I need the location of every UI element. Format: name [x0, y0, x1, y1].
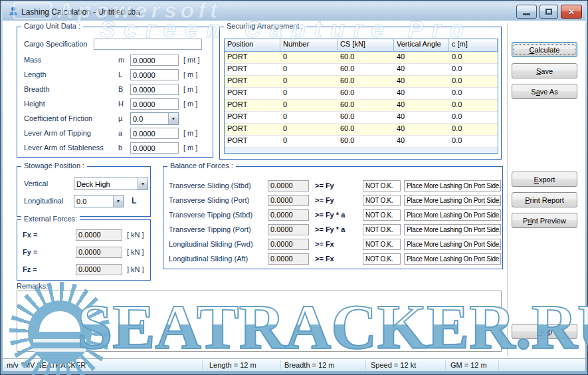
calculate-button[interactable]: Calculate — [512, 42, 577, 57]
status-badge: NOT O.K. — [363, 195, 401, 206]
help-button[interactable]: Help — [512, 324, 577, 339]
title-bar: Lashing Calculation - Untitled.cba ✕ — [3, 3, 585, 21]
cell-angle[interactable]: 40 — [394, 88, 449, 100]
mass-input[interactable] — [130, 55, 179, 66]
cell-cs[interactable]: 60.0 — [338, 112, 394, 124]
balance-value: 0.0000 — [268, 239, 309, 250]
height-label: Height — [24, 100, 45, 108]
length-label: Length — [24, 70, 47, 78]
vertical-position-select[interactable]: Deck High ▼ — [74, 178, 148, 190]
cell-number[interactable]: 0 — [280, 112, 338, 124]
close-button[interactable]: ✕ — [561, 5, 582, 19]
cell-position[interactable]: PORT — [225, 64, 280, 76]
minimize-icon — [523, 13, 530, 15]
cell-number[interactable]: 0 — [280, 88, 338, 100]
cell-cs[interactable]: 60.0 — [338, 76, 394, 88]
cell-position[interactable]: PORT — [225, 124, 280, 136]
lever-stableness-input[interactable] — [130, 142, 179, 154]
table-row: PORT 0 60.0 40 0.0 — [225, 52, 498, 64]
cell-position[interactable]: PORT — [225, 88, 280, 100]
cell-c[interactable]: 0.0 — [449, 112, 498, 124]
friction-select[interactable]: 0.0 ▼ — [130, 112, 179, 125]
export-button[interactable]: Export — [512, 172, 577, 187]
cell-number[interactable]: 0 — [280, 124, 338, 136]
cell-number[interactable]: 0 — [280, 52, 338, 64]
cell-angle[interactable]: 40 — [394, 124, 449, 136]
height-symbol: H — [118, 100, 124, 108]
balance-label: Transverse Tipping (Stbd) — [169, 211, 252, 219]
cell-c[interactable]: 0.0 — [449, 100, 498, 112]
cell-cs[interactable]: 60.0 — [338, 124, 394, 136]
longitudinal-position-value: 0.0 — [74, 197, 113, 205]
lever-stableness-unit: [ m ] — [183, 144, 197, 152]
cell-angle[interactable]: 40 — [394, 76, 449, 88]
height-unit: [ m ] — [183, 100, 197, 108]
cell-angle[interactable]: 40 — [394, 100, 449, 112]
cell-angle[interactable]: 40 — [394, 112, 449, 124]
status-badge: NOT O.K. — [363, 180, 401, 191]
cell-position[interactable]: PORT — [225, 112, 280, 124]
balance-operator: >= Fy — [315, 182, 334, 189]
fy-value: 0.0000 — [76, 247, 122, 258]
cargo-unit-data-group: Cargo Unit Data : Cargo Specification Ma… — [17, 27, 213, 158]
column-header[interactable]: CS [kN] — [338, 39, 394, 52]
cell-c[interactable]: 0.0 — [449, 64, 498, 76]
mass-label: Mass — [24, 56, 41, 64]
cell-c[interactable]: 0.0 — [449, 136, 498, 148]
breadth-input[interactable] — [130, 84, 179, 95]
cell-c[interactable]: 0.0 — [449, 124, 498, 136]
status-badge: NOT O.K. — [363, 253, 401, 265]
cargo-specification-input[interactable] — [94, 39, 202, 50]
cell-number[interactable]: 0 — [280, 136, 338, 148]
cell-c[interactable]: 0.0 — [449, 76, 498, 88]
cell-c[interactable]: 0.0 — [449, 52, 498, 64]
lever-stableness-label: Lever Arm of Stableness — [24, 144, 104, 152]
maximize-button[interactable] — [539, 5, 558, 19]
length-input[interactable] — [130, 69, 179, 80]
cell-number[interactable]: 0 — [280, 76, 338, 88]
cell-cs[interactable]: 60.0 — [338, 88, 394, 100]
height-input[interactable] — [130, 98, 179, 110]
cell-cs[interactable]: 60.0 — [338, 100, 394, 112]
stowage-position-group: Stowage Position : Vertical Deck High ▼ … — [17, 166, 151, 217]
save-as-button[interactable]: Save As — [512, 84, 577, 99]
cell-angle[interactable]: 40 — [394, 52, 449, 64]
column-header[interactable]: Number — [280, 39, 338, 52]
advice-text: Place More Lashing On Port Side. — [404, 180, 501, 191]
friction-value: 0.0 — [131, 115, 168, 123]
window-title: Lashing Calculation - Untitled.cba — [21, 7, 140, 17]
chevron-down-icon: ▼ — [168, 113, 178, 124]
cell-cs[interactable]: 60.0 — [338, 52, 394, 64]
balance-operator: >= Fx — [315, 255, 334, 263]
column-header[interactable]: c [m] — [449, 39, 498, 52]
minimize-button[interactable] — [516, 5, 537, 19]
cell-position[interactable]: PORT — [225, 136, 280, 148]
remarks-textarea[interactable] — [17, 291, 502, 352]
lever-tipping-input[interactable] — [130, 128, 179, 139]
print-report-button[interactable]: Print Report — [512, 192, 577, 207]
balance-value: 0.0000 — [268, 180, 309, 191]
cargo-specification-label: Cargo Specification — [24, 40, 87, 48]
cell-angle[interactable]: 40 — [394, 136, 449, 148]
cell-position[interactable]: PORT — [225, 76, 280, 88]
cell-cs[interactable]: 60.0 — [338, 136, 394, 148]
save-button[interactable]: Save — [512, 63, 577, 78]
advice-text: Place More Lashing On Port Side. — [404, 195, 501, 206]
column-header[interactable]: Vertical Angle — [394, 39, 449, 52]
length-symbol: L — [118, 70, 122, 78]
cell-angle[interactable]: 40 — [394, 64, 449, 76]
column-header[interactable]: Position — [225, 39, 280, 52]
cell-cs[interactable]: 60.0 — [338, 64, 394, 76]
cell-number[interactable]: 0 — [280, 100, 338, 112]
print-preview-button[interactable]: Print Preview — [512, 213, 577, 228]
longitudinal-position-select[interactable]: 0.0 ▼ — [74, 195, 124, 207]
group-caption: Cargo Unit Data : — [21, 22, 83, 30]
cell-c[interactable]: 0.0 — [449, 88, 498, 100]
securing-arrangement-group: Securing Arrangement : Position Number C… — [219, 27, 502, 160]
balance-value: 0.0000 — [268, 253, 309, 265]
cell-number[interactable]: 0 — [280, 64, 338, 76]
cell-position[interactable]: PORT — [225, 100, 280, 112]
advice-text: Place More Lashing On Port Side. — [404, 209, 501, 221]
chevron-down-icon: ▼ — [113, 195, 123, 207]
cell-position[interactable]: PORT — [225, 52, 280, 64]
